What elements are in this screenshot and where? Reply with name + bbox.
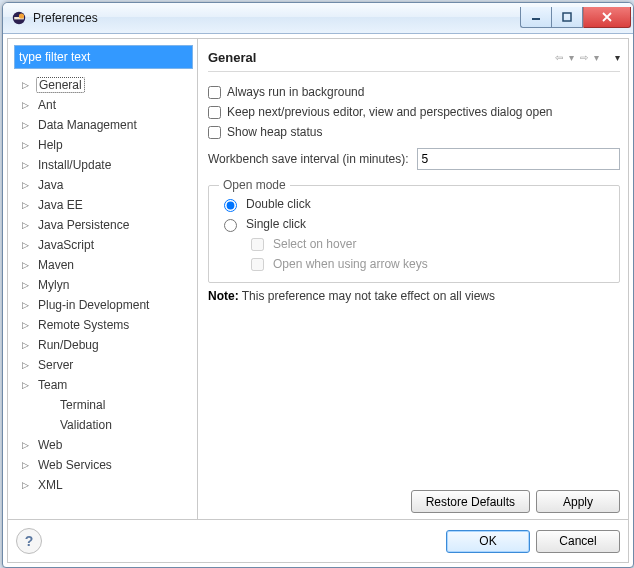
expand-icon[interactable]: ▷ — [20, 140, 30, 150]
tree-item-ant[interactable]: ▷Ant — [14, 95, 193, 115]
chk-heap-box[interactable] — [208, 126, 221, 139]
expand-icon[interactable]: ▷ — [20, 280, 30, 290]
tree-item-label: Run/Debug — [36, 338, 101, 352]
radio-double-click-input[interactable] — [224, 199, 237, 212]
tree-item-label: Java EE — [36, 198, 85, 212]
tree-item-maven[interactable]: ▷Maven — [14, 255, 193, 275]
category-tree[interactable]: ▷General▷Ant▷Data Management▷Help▷Instal… — [14, 75, 193, 515]
app-icon — [11, 10, 27, 26]
tree-item-label: Ant — [36, 98, 58, 112]
chk-heap-label: Show heap status — [227, 125, 322, 139]
tree-item-label: Plug-in Development — [36, 298, 151, 312]
expand-icon[interactable]: ▷ — [20, 320, 30, 330]
chk-run-background[interactable]: Always run in background — [208, 82, 620, 102]
tree-item-javascript[interactable]: ▷JavaScript — [14, 235, 193, 255]
expand-icon[interactable]: ▷ — [20, 260, 30, 270]
tree-item-label: Mylyn — [36, 278, 71, 292]
maximize-button[interactable] — [551, 7, 583, 28]
chk-run-background-label: Always run in background — [227, 85, 364, 99]
chk-open-arrows-label: Open when using arrow keys — [273, 257, 428, 271]
svg-point-2 — [19, 13, 24, 18]
page-title: General — [208, 50, 555, 65]
expand-icon[interactable]: ▷ — [20, 480, 30, 490]
expand-icon[interactable]: ▷ — [20, 100, 30, 110]
expand-icon[interactable]: ▷ — [20, 380, 30, 390]
tree-item-label: Java Persistence — [36, 218, 131, 232]
titlebar[interactable]: Preferences — [3, 3, 633, 34]
tree-item-validation[interactable]: Validation — [14, 415, 193, 435]
back-menu-icon[interactable]: ▾ — [569, 52, 574, 63]
tree-item-run-debug[interactable]: ▷Run/Debug — [14, 335, 193, 355]
chk-keep-dialog-box[interactable] — [208, 106, 221, 119]
save-interval-label: Workbench save interval (in minutes): — [208, 152, 409, 166]
tree-item-xml[interactable]: ▷XML — [14, 475, 193, 495]
tree-item-label: JavaScript — [36, 238, 96, 252]
cancel-button[interactable]: Cancel — [536, 530, 620, 553]
tree-item-help[interactable]: ▷Help — [14, 135, 193, 155]
restore-defaults-button[interactable]: Restore Defaults — [411, 490, 530, 513]
save-interval-input[interactable] — [417, 148, 620, 170]
tree-item-java-persistence[interactable]: ▷Java Persistence — [14, 215, 193, 235]
tree-item-label: Web — [36, 438, 64, 452]
expand-icon[interactable]: ▷ — [20, 120, 30, 130]
svg-rect-3 — [532, 18, 540, 20]
radio-single-click[interactable]: Single click — [219, 214, 609, 234]
radio-double-click[interactable]: Double click — [219, 194, 609, 214]
tree-item-remote-systems[interactable]: ▷Remote Systems — [14, 315, 193, 335]
tree-item-web-services[interactable]: ▷Web Services — [14, 455, 193, 475]
expand-icon[interactable]: ▷ — [20, 180, 30, 190]
tree-item-label: Web Services — [36, 458, 114, 472]
page-menu-icon[interactable]: ▾ — [615, 52, 620, 63]
back-icon[interactable]: ⇦ — [555, 52, 563, 63]
chk-heap[interactable]: Show heap status — [208, 122, 620, 142]
window-title: Preferences — [33, 11, 520, 25]
tree-item-install-update[interactable]: ▷Install/Update — [14, 155, 193, 175]
tree-item-data-management[interactable]: ▷Data Management — [14, 115, 193, 135]
chk-open-arrows: Open when using arrow keys — [247, 254, 609, 274]
tree-item-mylyn[interactable]: ▷Mylyn — [14, 275, 193, 295]
tree-item-terminal[interactable]: Terminal — [14, 395, 193, 415]
expand-icon[interactable]: ▷ — [20, 340, 30, 350]
note: Note: This preference may not take effec… — [208, 289, 620, 303]
apply-button[interactable]: Apply — [536, 490, 620, 513]
radio-single-click-input[interactable] — [224, 219, 237, 232]
form-area: Always run in background Keep next/previ… — [208, 72, 620, 303]
preferences-window: Preferences ▷General▷Ant▷Data Management… — [2, 2, 634, 568]
tree-item-server[interactable]: ▷Server — [14, 355, 193, 375]
tree-item-label: Help — [36, 138, 65, 152]
left-pane: ▷General▷Ant▷Data Management▷Help▷Instal… — [8, 39, 198, 519]
expand-icon[interactable]: ▷ — [20, 240, 30, 250]
forward-icon[interactable]: ⇨ — [580, 52, 588, 63]
expand-icon[interactable]: ▷ — [20, 440, 30, 450]
page-header: General ⇦ ▾ ⇨ ▾ ▾ — [208, 43, 620, 72]
tree-item-web[interactable]: ▷Web — [14, 435, 193, 455]
ok-button[interactable]: OK — [446, 530, 530, 553]
filter-input[interactable] — [14, 45, 193, 69]
chk-select-hover-box — [251, 238, 264, 251]
expand-icon[interactable]: ▷ — [20, 80, 30, 90]
radio-single-click-label: Single click — [246, 217, 306, 231]
tree-item-general[interactable]: ▷General — [14, 75, 193, 95]
minimize-button[interactable] — [520, 7, 551, 28]
tree-item-java[interactable]: ▷Java — [14, 175, 193, 195]
chk-keep-dialog[interactable]: Keep next/previous editor, view and pers… — [208, 102, 620, 122]
close-button[interactable] — [583, 7, 631, 28]
tree-item-java-ee[interactable]: ▷Java EE — [14, 195, 193, 215]
chk-keep-dialog-label: Keep next/previous editor, view and pers… — [227, 105, 553, 119]
tree-item-team[interactable]: ▷Team — [14, 375, 193, 395]
expand-icon[interactable]: ▷ — [20, 300, 30, 310]
client-area: ▷General▷Ant▷Data Management▷Help▷Instal… — [7, 38, 629, 563]
tree-item-label: Maven — [36, 258, 76, 272]
window-controls — [520, 8, 631, 28]
expand-icon[interactable]: ▷ — [20, 360, 30, 370]
help-icon[interactable]: ? — [16, 528, 42, 554]
expand-icon[interactable]: ▷ — [20, 460, 30, 470]
expand-icon[interactable]: ▷ — [20, 200, 30, 210]
open-mode-group: Open mode Double click Single click Sele… — [208, 178, 620, 283]
chk-run-background-box[interactable] — [208, 86, 221, 99]
tree-item-plug-in-development[interactable]: ▷Plug-in Development — [14, 295, 193, 315]
svg-rect-4 — [563, 13, 571, 21]
expand-icon[interactable]: ▷ — [20, 220, 30, 230]
forward-menu-icon[interactable]: ▾ — [594, 52, 599, 63]
expand-icon[interactable]: ▷ — [20, 160, 30, 170]
